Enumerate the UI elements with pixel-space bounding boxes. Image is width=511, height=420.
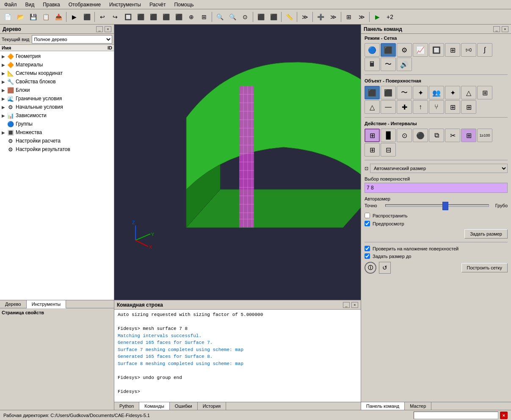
more-constrain-button[interactable]: ≫	[356, 11, 367, 23]
right-close-button[interactable]: ×	[502, 26, 508, 32]
save-button[interactable]: 💾	[27, 11, 39, 23]
action-icon-bars[interactable]: ▐▌	[381, 129, 396, 142]
play-button[interactable]: ▶	[68, 11, 80, 23]
view-top-button[interactable]: ⬛	[173, 11, 185, 23]
tree-minimize-button[interactable]: _	[96, 26, 103, 32]
right-footer-tab-master[interactable]: Мастер	[405, 402, 431, 410]
mesh-icon-time[interactable]: t=0	[461, 43, 476, 57]
run-calc-button[interactable]: ▶	[371, 11, 383, 23]
zoom-out-button[interactable]: 🔍	[226, 11, 238, 23]
rotate-left-button[interactable]: ↩	[97, 11, 108, 23]
mesh-icon-mesh[interactable]: ⬛	[381, 43, 396, 57]
slider-thumb[interactable]	[442, 202, 448, 210]
menu-view[interactable]: Вид	[23, 1, 37, 8]
tree-item[interactable]: ▶🌊Граничные условия	[1, 94, 113, 103]
tree-item[interactable]: ▶🟫Блоки	[1, 86, 113, 94]
obj-icon-line[interactable]: —	[381, 100, 396, 114]
reset-button[interactable]: ↺	[379, 262, 391, 274]
obj-icon-arrow[interactable]: ↑	[413, 100, 428, 114]
obj-icon-surface[interactable]: ⬛	[365, 86, 380, 99]
autosize-dropdown[interactable]: Автоматический размер	[370, 164, 508, 173]
status-close-button[interactable]: ×	[500, 412, 508, 419]
display-btn1[interactable]: ⬛	[255, 11, 267, 23]
view-fit-button[interactable]: ⊕	[185, 11, 197, 23]
obj-icon-frame[interactable]: ⊞	[477, 86, 492, 99]
obj-icon-grid2[interactable]: ⊞	[445, 100, 460, 114]
run-calc-num-button[interactable]: +2	[384, 11, 396, 23]
menu-file[interactable]: Файл	[2, 1, 19, 8]
cmd-close-button[interactable]: ×	[351, 302, 358, 308]
constrain-button[interactable]: ⊞	[343, 11, 355, 23]
zoom-area-button[interactable]: ⊙	[239, 11, 251, 23]
more-tools-button[interactable]: ≫	[299, 11, 311, 23]
mesh-button[interactable]: ⬛	[81, 11, 93, 23]
checkbox-overlap[interactable]	[365, 246, 370, 251]
tree-item[interactable]: ▶🔳Множества	[1, 128, 113, 137]
view-side-button[interactable]: ⬛	[160, 11, 172, 23]
slider-track[interactable]	[385, 204, 489, 207]
import-button[interactable]: 📥	[52, 11, 64, 23]
mesh-icon-func[interactable]: ∫	[477, 43, 492, 57]
obj-icon-branch[interactable]: ⑂	[429, 100, 444, 114]
menu-tools[interactable]: Инструменты	[107, 1, 144, 8]
view-3d-button[interactable]: ⬛	[147, 11, 159, 23]
build-mesh-button[interactable]: Построить сетку	[461, 263, 508, 272]
menu-help[interactable]: Помощь	[171, 1, 196, 8]
action-icon-copy[interactable]: ⧉	[429, 129, 444, 142]
mesh-icon-wave[interactable]: 〜	[381, 58, 396, 71]
tree-item[interactable]: ▶🔧Свойства блоков	[1, 77, 113, 86]
action-icon-ball[interactable]: ⚫	[413, 129, 428, 142]
tree-close-button[interactable]: ×	[105, 26, 111, 32]
tab-tools[interactable]: Инструменты	[27, 300, 66, 308]
obj-icon-mesh2[interactable]: ⬛	[381, 86, 396, 99]
add-node-button[interactable]: ➕	[315, 11, 326, 23]
viewport[interactable]: Z Y X	[114, 25, 361, 300]
set-size-button[interactable]: Задать размер	[464, 229, 508, 239]
action-icon-scissors[interactable]: ✂	[445, 129, 460, 142]
obj-icon-curve[interactable]: 〜	[397, 86, 412, 99]
tree-item[interactable]: ▶📊Зависимости	[1, 111, 113, 120]
cmd-tab-python[interactable]: Python	[114, 402, 139, 410]
mesh-icon-audio[interactable]: 🔊	[397, 58, 412, 71]
measure-button[interactable]: 📏	[283, 11, 295, 23]
current-view-select[interactable]: Полное дерево	[32, 35, 112, 44]
obj-icon-tri2[interactable]: △	[365, 100, 380, 114]
right-minimize-button[interactable]: _	[493, 26, 500, 32]
view-iso-button[interactable]: 🔲	[122, 11, 134, 23]
checkbox-size-limit[interactable]	[365, 253, 370, 259]
rotate-right-button[interactable]: ↪	[109, 11, 121, 23]
cmd-tab-history[interactable]: История	[198, 402, 226, 410]
view-front-button[interactable]: ⬛	[135, 11, 146, 23]
obj-icon-cross[interactable]: ✚	[397, 100, 412, 114]
mesh-icon-settings[interactable]: ⚙	[397, 43, 412, 57]
mesh-icon-grid[interactable]: ⊞	[445, 43, 460, 57]
cmd-content[interactable]: Auto sizing requested with sizing factor…	[114, 310, 361, 402]
more-add-button[interactable]: ≫	[327, 11, 339, 23]
mesh-icon-chart[interactable]: 📈	[413, 43, 428, 57]
action-icon-split[interactable]: ⊟	[381, 143, 396, 156]
tree-item[interactable]: ▶⚙Начальные условия	[1, 103, 113, 111]
tree-item[interactable]: ▶🔶Геометрия	[1, 52, 113, 60]
cmd-tab-commands[interactable]: Команды	[139, 402, 170, 410]
action-icon-interval[interactable]: ⊞	[365, 129, 380, 142]
obj-icon-point[interactable]: ✦	[413, 86, 428, 99]
save-as-button[interactable]: 📋	[40, 11, 52, 23]
zoom-in-button[interactable]: 🔍	[214, 11, 226, 23]
tree-item[interactable]: 🔵Группы	[1, 120, 113, 128]
obj-icon-table[interactable]: ⊞	[461, 100, 476, 114]
surface-input[interactable]	[365, 183, 508, 193]
tab-tree[interactable]: Дерево	[0, 300, 27, 308]
obj-icon-group[interactable]: 👥	[429, 86, 444, 99]
open-button[interactable]: 📂	[14, 11, 26, 23]
menu-edit[interactable]: Правка	[40, 1, 63, 8]
tree-item[interactable]: ▶📐Системы координат	[1, 69, 113, 77]
action-icon-sphere[interactable]: ⊙	[397, 129, 412, 142]
cmd-minimize-button[interactable]: _	[343, 302, 350, 308]
mesh-icon-geometry[interactable]: 🔵	[365, 43, 380, 57]
right-footer-tab-commands[interactable]: Панель команд	[361, 402, 405, 410]
status-input[interactable]	[414, 412, 498, 419]
menu-display[interactable]: Отображение	[66, 1, 103, 8]
tree-item[interactable]: ▶🔶Материалы	[1, 60, 113, 69]
mesh-icon-cube[interactable]: 🔲	[429, 43, 444, 57]
checkbox-spread[interactable]	[365, 213, 370, 218]
